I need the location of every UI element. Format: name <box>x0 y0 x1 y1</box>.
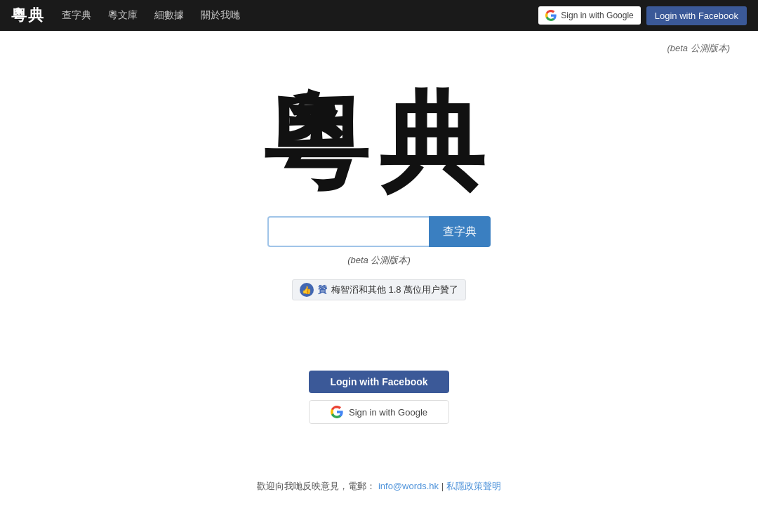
search-button[interactable]: 查字典 <box>429 216 491 247</box>
search-input[interactable] <box>267 216 429 247</box>
google-signin-center-button[interactable]: Sign in with Google <box>309 400 449 424</box>
google-signin-nav-label: Sign in with Google <box>561 11 633 20</box>
nav-auth: Sign in with Google Login with Facebook <box>538 6 747 25</box>
nav-link-library[interactable]: 粵文庫 <box>108 9 138 22</box>
logo-text: 粵典 <box>11 6 45 24</box>
like-count-text: 梅智滔和其他 1.8 萬位用户贊了 <box>331 284 458 296</box>
google-icon <box>545 10 557 21</box>
hero-logo-text: 粵典 <box>263 84 495 201</box>
google-signin-center-label: Sign in with Google <box>349 407 427 418</box>
auth-center: Login with Facebook Sign in with Google <box>309 371 449 424</box>
nav-link-dictionary[interactable]: 查字典 <box>62 9 91 22</box>
like-widget[interactable]: 👍 贊 梅智滔和其他 1.8 萬位用户贊了 <box>292 279 466 300</box>
nav-link-data[interactable]: 細數據 <box>154 9 184 22</box>
nav-link-about[interactable]: 關於我哋 <box>201 9 240 22</box>
google-signin-nav-button[interactable]: Sign in with Google <box>538 6 640 25</box>
facebook-login-nav-button[interactable]: Login with Facebook <box>646 6 747 25</box>
nav-links: 查字典 粵文庫 細數據 關於我哋 <box>62 9 538 22</box>
footer-privacy-link[interactable]: 私隱政策聲明 <box>446 481 501 491</box>
footer: 歡迎向我哋反映意見，電郵： info@words.hk | 私隱政策聲明 <box>243 466 514 507</box>
thumbs-up-icon: 👍 <box>302 286 312 295</box>
footer-separator: | <box>441 481 446 491</box>
facebook-login-center-button[interactable]: Login with Facebook <box>309 371 449 393</box>
main-content: (beta 公測版本) 粵典 查字典 (beta 公測版本) 👍 贊 梅智滔和其… <box>0 31 758 507</box>
navbar-logo: 粵典 <box>11 5 45 26</box>
like-label: 贊 <box>318 284 327 296</box>
google-icon-center <box>331 406 343 418</box>
footer-email-link[interactable]: info@words.hk <box>378 481 439 491</box>
beta-note-center: (beta 公測版本) <box>347 254 411 267</box>
like-icon: 👍 <box>300 283 314 297</box>
beta-note-top: (beta 公測版本) <box>667 42 730 55</box>
footer-text: 歡迎向我哋反映意見，電郵： <box>257 481 375 491</box>
search-area: 查字典 <box>267 216 491 247</box>
hero-logo: 粵典 <box>263 90 495 195</box>
navbar: 粵典 查字典 粵文庫 細數據 關於我哋 Sign in with Google … <box>0 0 758 31</box>
